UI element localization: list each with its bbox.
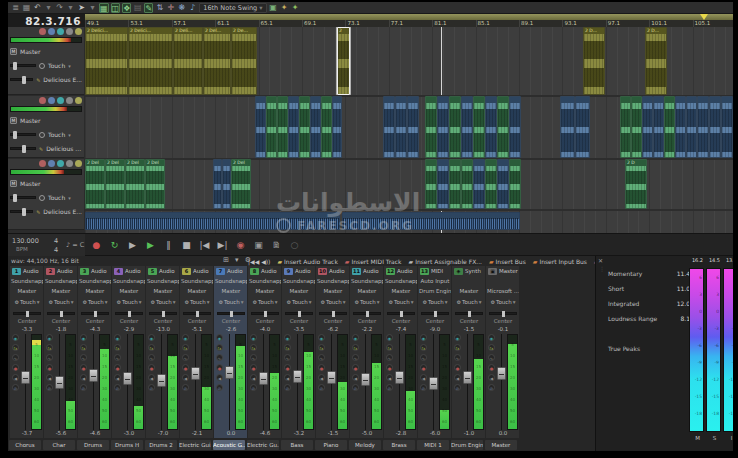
- mixer-strip[interactable]: 13MIDIAuto InputDrum Engine⚙Touch▾Center…: [418, 266, 452, 438]
- pan-slider[interactable]: [13, 312, 41, 315]
- pan-handle[interactable]: [162, 311, 165, 317]
- volume-fader[interactable]: [89, 334, 98, 430]
- fx-icon[interactable]: fx: [284, 344, 291, 351]
- phase-icon[interactable]: ⊘: [386, 384, 393, 391]
- recarm-icon[interactable]: ●: [352, 364, 359, 371]
- recarm-icon[interactable]: ●: [284, 364, 291, 371]
- insert-input-bus-button[interactable]: ▰Insert Input Bus: [533, 258, 587, 265]
- pan-handle[interactable]: [400, 311, 403, 317]
- send-target-label[interactable]: Master: [20, 48, 41, 55]
- pan-handle[interactable]: [332, 311, 335, 317]
- automation-mode-dropdown[interactable]: ⚙Touch▾: [385, 299, 417, 305]
- fx-icon[interactable]: fx: [216, 344, 223, 351]
- strip-fx-label[interactable]: Auto Input: [419, 278, 451, 284]
- mixer-strip[interactable]: 1AudioSoundsnapperMaster⚙Touch▾Center-3.…: [10, 266, 44, 438]
- fx-icon[interactable]: fx: [12, 344, 19, 351]
- timecode-display[interactable]: 82.3.716: [8, 14, 85, 27]
- volume-slider[interactable]: [10, 133, 36, 136]
- fx-chain-icon[interactable]: ❋: [177, 3, 186, 13]
- volume-fader[interactable]: [361, 334, 370, 430]
- phase-icon[interactable]: ⊘: [488, 384, 495, 391]
- swing-preset-dropdown[interactable]: 16th Note Swing ▾: [199, 3, 266, 13]
- pan-handle[interactable]: [264, 311, 267, 317]
- region-icon[interactable]: ✦: [291, 3, 300, 13]
- swing-note-icon[interactable]: ♪: [188, 3, 197, 13]
- pan-slider[interactable]: [285, 312, 313, 315]
- time-signature-numerator[interactable]: 4: [54, 237, 58, 245]
- fx-icon[interactable]: fx: [80, 344, 87, 351]
- media-clip[interactable]: [653, 96, 664, 158]
- track-name-label[interactable]: Drums H: [111, 440, 143, 450]
- media-clip[interactable]: 2 D: [625, 159, 647, 209]
- fx-icon[interactable]: fx: [148, 344, 155, 351]
- pan-slider[interactable]: [10, 210, 33, 213]
- media-clip[interactable]: [255, 96, 266, 158]
- pan-slider[interactable]: [149, 312, 177, 315]
- mixer-strip[interactable]: 2AudioSoundsnapperMaster⚙Touch▾Center-1.…: [44, 266, 78, 438]
- media-clip[interactable]: [213, 159, 222, 209]
- media-clip[interactable]: [425, 96, 437, 158]
- play-from-start-button[interactable]: ▶: [126, 238, 139, 252]
- phase-icon[interactable]: ⊘: [352, 384, 359, 391]
- media-clip[interactable]: [642, 96, 653, 158]
- phase-icon[interactable]: ⊘: [216, 384, 223, 391]
- track-button-icon[interactable]: [48, 160, 55, 167]
- strip-send-label[interactable]: Master: [283, 288, 315, 294]
- env-icon[interactable]: ◉: [12, 334, 19, 341]
- fx-icon[interactable]: fx: [386, 344, 393, 351]
- strip-send-label[interactable]: Drum Engine: [419, 288, 451, 294]
- mixer-strip[interactable]: 6AudioSoundsnapperMaster⚙Touch▾Center-5.…: [180, 266, 214, 438]
- phase-icon[interactable]: ⊘: [318, 384, 325, 391]
- strip-fx-label[interactable]: Soundsnapper: [385, 278, 417, 284]
- phase-icon[interactable]: ⊘: [80, 384, 87, 391]
- automation-mode-label[interactable]: Touch: [48, 62, 65, 69]
- media-clip[interactable]: [299, 96, 310, 158]
- time-signature-denominator[interactable]: 4: [54, 246, 58, 254]
- stop-button[interactable]: ■: [180, 238, 193, 252]
- bpm-value[interactable]: 130.000: [12, 237, 39, 245]
- automation-mode-icon[interactable]: [39, 195, 45, 201]
- metronome-button[interactable]: ▣: [252, 238, 265, 252]
- strip-send-label[interactable]: Master: [215, 288, 247, 294]
- pan-handle[interactable]: [26, 311, 29, 317]
- automation-mode-dropdown[interactable]: ⚙Touch▾: [317, 299, 349, 305]
- fx-icon[interactable]: fx: [454, 344, 461, 351]
- automation-mode-dropdown[interactable]: ⚙Touch▾: [11, 299, 43, 305]
- monitor-icon[interactable]: ◀: [12, 374, 19, 381]
- slider-handle[interactable]: [13, 194, 17, 202]
- mixer-strip[interactable]: 4AudioSoundsnapperMaster⚙Touch▾Center-2.…: [112, 266, 146, 438]
- strip-fx-label[interactable]: Soundsnapper: [45, 278, 77, 284]
- sends-icon[interactable]: ∿: [148, 354, 155, 361]
- mixer-strip[interactable]: 10AudioSoundsnapperMaster⚙Touch▾Center-6…: [316, 266, 350, 438]
- media-clip[interactable]: [473, 159, 485, 209]
- pan-slider[interactable]: [183, 312, 211, 315]
- automation-mode-dropdown[interactable]: ⚙Touch▾: [45, 299, 77, 305]
- menu-icon[interactable]: ≣: [11, 3, 20, 13]
- redo-icon[interactable]: ↷: [55, 3, 64, 13]
- close-icon[interactable]: ✕: [598, 257, 603, 264]
- media-clip[interactable]: 2 Del: [231, 159, 251, 209]
- sends-icon[interactable]: ∿: [488, 354, 495, 361]
- pencil-icon[interactable]: ✎: [144, 3, 153, 13]
- marker-icon[interactable]: ✦: [280, 3, 289, 13]
- arrange-view[interactable]: 2 Delici...2 Delici...2 Deli...2 Del...2…: [85, 27, 733, 233]
- dim-button[interactable]: ○: [288, 238, 301, 252]
- media-clip[interactable]: [664, 96, 675, 158]
- pan-slider[interactable]: [47, 312, 75, 315]
- sends-icon[interactable]: ∿: [284, 354, 291, 361]
- volume-slider[interactable]: [10, 196, 36, 199]
- track-name-label[interactable]: Chorus: [9, 440, 41, 450]
- pan-slider[interactable]: [10, 78, 33, 81]
- volume-fader[interactable]: [259, 334, 268, 430]
- media-explorer-icon[interactable]: ▦: [22, 3, 31, 13]
- monitor-icon[interactable]: ◀: [148, 374, 155, 381]
- track-button-icon[interactable]: [75, 28, 82, 35]
- media-clip[interactable]: [449, 159, 461, 209]
- mixer-strip[interactable]: 11AudioSoundsnapperMaster⚙Touch▾Center-2…: [350, 266, 384, 438]
- groove-icon[interactable]: ▣: [269, 3, 278, 13]
- pan-handle[interactable]: [60, 311, 63, 317]
- track-panel[interactable]: MMasterTouch▾✎Delicious E...: [8, 159, 84, 230]
- automation-mode-dropdown[interactable]: ⚙Touch▾: [249, 299, 281, 305]
- env-icon[interactable]: ◉: [352, 334, 359, 341]
- mixer-strip[interactable]: 12AudioSoundsnapperMaster⚙Touch▾Center-7…: [384, 266, 418, 438]
